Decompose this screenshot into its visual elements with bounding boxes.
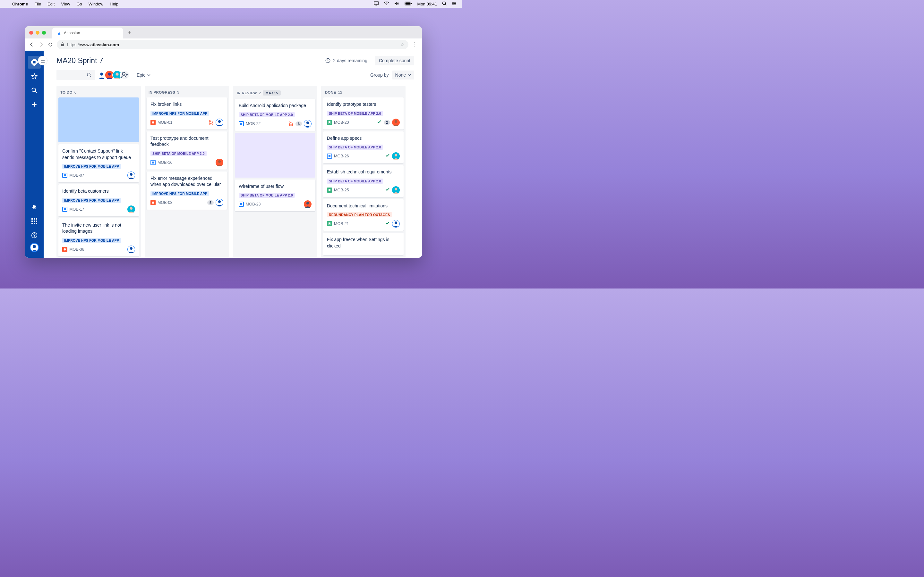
battery-icon[interactable]	[405, 2, 412, 6]
count-badge: 6	[296, 121, 302, 126]
epic-tag[interactable]: SHIP BETA OF MOBILE APP 2.0	[327, 111, 383, 116]
menubar-window[interactable]: Window	[89, 2, 103, 6]
card-placeholder[interactable]	[235, 133, 315, 177]
assignee-avatar[interactable]	[392, 220, 400, 227]
svg-point-67	[152, 201, 154, 203]
issue-card[interactable]: Identify beta customersIMPROVE NPS FOR M…	[58, 184, 139, 216]
assignee-avatar[interactable]	[392, 152, 400, 160]
browser-tab[interactable]: Atlassian	[52, 27, 123, 39]
forward-button[interactable]	[38, 42, 44, 47]
sidebar-help-icon[interactable]	[28, 229, 41, 242]
svg-point-30	[34, 237, 35, 237]
svg-point-60	[212, 123, 213, 124]
new-tab-button[interactable]: +	[125, 27, 134, 37]
epic-tag[interactable]: REDUNDANCY PLAN FOR OUTAGES	[327, 212, 392, 218]
maximize-window-button[interactable]	[42, 31, 46, 35]
issue-card[interactable]: Test prototype and document feedbackSHIP…	[147, 131, 227, 169]
issue-card[interactable]: Establish technical requirementsSHIP BET…	[323, 165, 404, 197]
back-button[interactable]	[29, 42, 35, 47]
reload-button[interactable]	[47, 42, 53, 47]
issue-card[interactable]: Define app specsSHIP BETA OF MOBILE APP …	[323, 131, 404, 163]
epic-tag[interactable]: SHIP BETA OF MOBILE APP 2.0	[150, 151, 207, 156]
collapse-sidebar-button[interactable]: ☰	[38, 56, 47, 65]
svg-rect-46	[64, 174, 66, 176]
close-window-button[interactable]	[29, 31, 33, 35]
issue-card[interactable]: Fix broken linksIMPROVE NPS FOR MOBILE A…	[147, 97, 227, 129]
board-search-input[interactable]	[57, 70, 95, 80]
assignee-filter[interactable]	[99, 70, 129, 80]
column-header: IN PROGRESS 3	[145, 86, 229, 97]
epic-tag[interactable]: IMPROVE NPS FOR MOBILE APP	[62, 238, 121, 243]
assignee-avatar[interactable]	[128, 205, 135, 213]
add-assignee-button[interactable]	[120, 70, 129, 80]
issue-key: MOB-26	[334, 154, 349, 158]
column-todo: TO DO 6 Confirm "Contact Support" link s…	[57, 86, 141, 258]
menubar-go[interactable]: Go	[76, 2, 82, 6]
issue-card[interactable]: Fix app freeze when Settings is clicked	[323, 233, 404, 255]
epic-tag[interactable]: IMPROVE NPS FOR MOBILE APP	[62, 164, 121, 169]
bug-icon	[62, 247, 67, 252]
menubar-time[interactable]: Mon 09:41	[417, 2, 437, 6]
card-placeholder[interactable]	[58, 97, 139, 142]
browser-menu-button[interactable]: ⋮	[412, 41, 418, 48]
group-by-select[interactable]: None	[392, 71, 414, 79]
sidebar-search-icon[interactable]	[28, 84, 41, 97]
issue-card[interactable]: Confirm "Contact Support" link sends mes…	[58, 144, 139, 182]
sidebar-apps-icon[interactable]	[28, 215, 41, 227]
board-title: MA20 Sprint 7	[57, 56, 320, 65]
svg-point-10	[453, 2, 454, 3]
assignee-avatar[interactable]	[392, 186, 400, 194]
task-icon	[62, 207, 67, 212]
menubar-view[interactable]: View	[61, 2, 70, 6]
assignee-avatar[interactable]	[304, 120, 312, 127]
sidebar-star-icon[interactable]	[28, 70, 41, 83]
issue-card[interactable]: Wireframe of user flowSHIP BETA OF MOBIL…	[235, 179, 315, 211]
bookmark-star-icon[interactable]: ☆	[401, 42, 405, 47]
menubar-app[interactable]: Chrome	[12, 2, 28, 6]
complete-sprint-button[interactable]: Complete sprint	[375, 56, 414, 65]
spotlight-icon[interactable]	[442, 1, 447, 7]
card-title: Fix app freeze when Settings is clicked	[327, 237, 400, 249]
epic-tag[interactable]: SHIP BETA OF MOBILE APP 2.0	[327, 179, 383, 184]
assignee-avatar[interactable]	[216, 159, 223, 166]
assignee-avatar[interactable]	[216, 119, 223, 126]
menubar-edit[interactable]: Edit	[47, 2, 55, 6]
menubar-help[interactable]: Help	[110, 2, 118, 6]
minimize-window-button[interactable]	[36, 31, 39, 35]
group-by-control: Group by None	[370, 71, 414, 79]
assignee-avatar[interactable]	[128, 245, 135, 253]
control-center-icon[interactable]	[452, 2, 456, 6]
sidebar-add-icon[interactable]	[28, 98, 41, 111]
assignee-avatar[interactable]	[128, 171, 135, 179]
assignee-avatar[interactable]	[392, 119, 400, 126]
address-bar[interactable]: https://www.atlassian.com ☆	[57, 40, 409, 49]
group-by-label: Group by	[370, 73, 389, 77]
issue-card[interactable]: Build Android application packageSHIP BE…	[235, 99, 315, 131]
epic-filter[interactable]: Epic	[134, 71, 153, 79]
epic-tag[interactable]: IMPROVE NPS FOR MOBILE APP	[62, 198, 121, 203]
svg-rect-13	[61, 44, 64, 46]
assignee-avatar[interactable]	[304, 200, 312, 208]
epic-tag[interactable]: SHIP BETA OF MOBILE APP 2.0	[327, 145, 383, 150]
svg-rect-50	[64, 208, 66, 210]
issue-card[interactable]: Fix error message experienced when app d…	[147, 171, 227, 210]
wifi-icon[interactable]	[384, 2, 389, 6]
svg-line-6	[445, 4, 447, 5]
epic-tag[interactable]: IMPROVE NPS FOR MOBILE APP	[150, 111, 209, 116]
assignee-avatar[interactable]	[216, 199, 223, 206]
issue-card[interactable]: Identify prototype testersSHIP BETA OF M…	[323, 97, 404, 129]
epic-tag[interactable]: SHIP BETA OF MOBILE APP 2.0	[239, 193, 295, 198]
volume-icon[interactable]	[394, 2, 399, 6]
issue-card[interactable]: Document technical limitationsREDUNDANCY…	[323, 199, 404, 231]
issue-card[interactable]: The invite new user link is not loading …	[58, 218, 139, 256]
epic-tag[interactable]: IMPROVE NPS FOR MOBILE APP	[150, 191, 209, 196]
svg-point-53	[64, 248, 66, 250]
sidebar-avatar[interactable]	[30, 243, 39, 253]
svg-point-42	[115, 73, 118, 76]
task-icon	[62, 173, 67, 178]
epic-tag[interactable]: SHIP BETA OF MOBILE APP 2.0	[239, 112, 295, 117]
sidebar-notification-icon[interactable]	[28, 201, 41, 213]
svg-point-70	[218, 200, 221, 203]
airplay-icon[interactable]	[374, 1, 379, 7]
menubar-file[interactable]: File	[34, 2, 41, 6]
